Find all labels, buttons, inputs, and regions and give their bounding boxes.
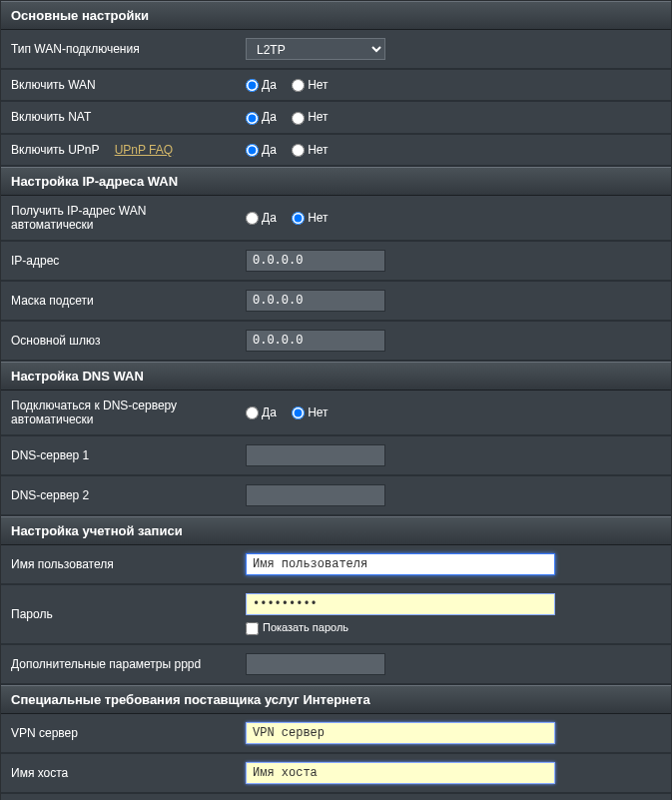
enable-upnp-no[interactable] xyxy=(292,144,305,157)
username-input[interactable] xyxy=(246,553,555,575)
auto-ip-label: Получить IP-адрес WAN автоматически xyxy=(1,196,236,241)
password-input[interactable] xyxy=(246,593,555,615)
dns1-label: DNS-сервер 1 xyxy=(1,435,236,475)
dns1-input[interactable] xyxy=(246,444,385,466)
section-header-wan-ip: Настройка IP-адреса WAN xyxy=(1,167,671,196)
password-label: Пароль xyxy=(1,584,236,644)
upnp-faq-link[interactable]: UPnP FAQ xyxy=(115,143,173,157)
dns2-input[interactable] xyxy=(246,484,385,506)
pppd-input[interactable] xyxy=(246,653,385,675)
section-header-account: Настройка учетной записи xyxy=(1,516,671,545)
wan-type-select[interactable]: L2TP xyxy=(246,38,385,60)
mac-address-label: MAC-адрес xyxy=(1,793,236,800)
enable-wan-no[interactable] xyxy=(292,79,305,92)
vpn-server-input[interactable] xyxy=(246,722,555,744)
ip-address-input[interactable] xyxy=(246,250,385,272)
enable-nat-yes[interactable] xyxy=(246,112,259,125)
auto-dns-yes[interactable] xyxy=(246,406,259,419)
pppd-label: Дополнительные параметры pppd xyxy=(1,644,236,684)
dns2-label: DNS-сервер 2 xyxy=(1,475,236,515)
hostname-input[interactable] xyxy=(246,762,555,784)
gateway-input[interactable] xyxy=(246,330,385,352)
hostname-label: Имя хоста xyxy=(1,753,236,793)
auto-ip-no[interactable] xyxy=(292,212,305,225)
subnet-mask-input[interactable] xyxy=(246,290,385,312)
ip-address-label: IP-адрес xyxy=(1,241,236,281)
enable-wan-yes[interactable] xyxy=(246,79,259,92)
show-password-checkbox[interactable] xyxy=(246,622,259,635)
auto-dns-label: Подключаться к DNS-серверу автоматически xyxy=(1,391,236,435)
vpn-server-label: VPN сервер xyxy=(1,714,236,753)
enable-upnp-yes[interactable] xyxy=(246,144,259,157)
auto-dns-no[interactable] xyxy=(292,406,305,419)
enable-nat-no[interactable] xyxy=(292,112,305,125)
section-header-isp: Специальные требования поставщика услуг … xyxy=(1,685,671,714)
username-label: Имя пользователя xyxy=(1,545,236,584)
enable-upnp-label: Включить UPnP xyxy=(11,143,99,157)
show-password-label: Показать пароль xyxy=(263,621,348,633)
subnet-mask-label: Маска подсети xyxy=(1,281,236,321)
enable-wan-label: Включить WAN xyxy=(1,69,236,101)
section-header-dns: Настройка DNS WAN xyxy=(1,362,671,391)
gateway-label: Основной шлюз xyxy=(1,321,236,361)
section-header-basic: Основные настройки xyxy=(1,1,671,30)
auto-ip-yes[interactable] xyxy=(246,212,259,225)
enable-nat-label: Включить NAT xyxy=(1,101,236,133)
wan-type-label: Тип WAN-подключения xyxy=(1,30,236,69)
